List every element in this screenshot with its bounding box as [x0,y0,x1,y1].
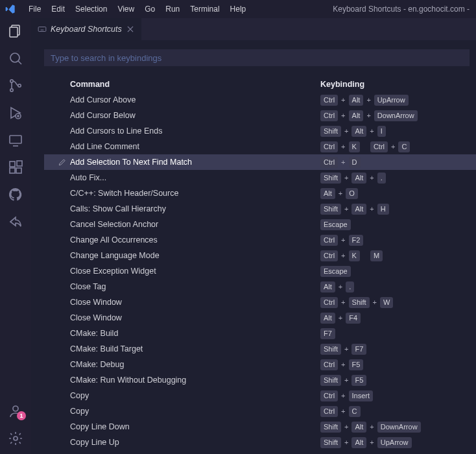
table-row[interactable]: Add Cursor BelowCtrl+Alt+DownArrow [44,108,476,123]
plus-separator: + [369,438,374,446]
key-cap: Shift [320,375,341,386]
edit-keybinding-icon[interactable] [54,158,70,167]
source-control-icon[interactable] [8,78,23,93]
menu-edit[interactable]: Edit [46,2,70,16]
svg-rect-1 [10,27,18,37]
extensions-icon[interactable] [8,160,23,175]
menu-go[interactable]: Go [139,2,160,16]
menu-help[interactable]: Help [225,2,252,16]
run-debug-icon[interactable] [8,105,23,121]
key-cap: I [377,126,386,137]
plus-separator: + [338,189,343,197]
plus-separator: + [340,158,346,166]
table-row[interactable]: Add Line CommentCtrl+KCtrl+C [44,139,476,154]
key-cap: Alt [351,437,366,448]
table-row[interactable]: CMake: DebugCtrl+F5 [44,357,476,372]
remote-explorer-icon[interactable] [8,132,23,148]
command-label: Add Cursor Above [70,95,320,104]
keyboard-shortcuts-editor: Command Keybinding Add Cursor AboveCtrl+… [31,40,476,454]
svg-point-2 [10,53,19,62]
menu-file[interactable]: File [23,2,46,16]
table-row[interactable]: Calls: Show Call HierarchyShift+Alt+H [44,201,476,217]
svg-point-13 [13,406,18,411]
svg-point-5 [10,89,13,91]
table-row[interactable]: Change All OccurrencesCtrl+F2 [44,232,476,248]
key-cap: Shift [320,126,341,137]
plus-separator: + [369,174,374,182]
tab-keyboard-shortcuts[interactable]: Keyboard Shortcuts [31,18,141,40]
key-cap: D [349,157,361,168]
command-label: Add Line Comment [70,142,320,151]
table-row[interactable]: Change Language ModeCtrl+KM [44,248,476,263]
menu-terminal[interactable]: Terminal [185,2,224,16]
plus-separator: + [340,96,346,104]
key-cap: Shift [320,204,341,215]
close-icon[interactable] [126,25,135,34]
plus-separator: + [340,392,346,400]
command-label: Cancel Selection Anchor [70,220,320,229]
column-header-keybinding[interactable]: Keybinding [320,80,476,89]
table-row[interactable]: Auto Fix...Shift+Alt+. [44,170,476,185]
table-row[interactable]: Close Exception WidgetEscape [44,263,476,279]
live-share-icon[interactable] [8,214,23,230]
command-label: Add Selection To Next Find Match [70,158,320,167]
keybinding-cell: Ctrl+F5 [320,359,476,370]
table-row[interactable]: Add Cursors to Line EndsShift+Alt+I [44,123,476,139]
vscode-logo-icon [5,4,16,14]
keybinding-cell: Shift+F7 [320,344,476,355]
table-row[interactable]: C/C++: Switch Header/SourceAlt+O [44,185,476,201]
plus-separator: + [344,438,349,446]
plus-separator: + [340,236,346,244]
table-row[interactable]: CMake: Run Without DebuggingShift+F5 [44,372,476,388]
key-cap: Shift [320,437,341,448]
svg-rect-11 [16,168,21,173]
command-label: Copy [70,407,320,416]
settings-gear-icon[interactable] [8,431,23,446]
table-row[interactable]: Copy Line UpShift+Alt+UpArrow [44,435,476,450]
keybindings-search-input[interactable] [44,49,470,66]
table-row[interactable]: CMake: BuildF7 [44,326,476,341]
command-label: Close Exception Widget [70,267,320,276]
plus-separator: + [369,205,374,213]
table-row[interactable]: CMake: Build TargetShift+F7 [44,341,476,357]
table-row[interactable]: Cancel Selection AnchorEscape [44,217,476,232]
table-row[interactable]: CopyCtrl+Insert [44,388,476,403]
svg-point-14 [14,436,18,440]
explorer-icon[interactable] [8,23,23,39]
key-cap: UpArrow [374,95,409,106]
plus-separator: + [369,127,374,135]
command-label: Add Cursors to Line Ends [70,126,320,136]
window-title: Keyboard Shortcuts - en.gochocit.com - [333,5,471,14]
menu-selection[interactable]: Selection [70,2,112,16]
key-cap: Alt [351,422,366,433]
keybinding-cell: Ctrl+F2 [320,235,476,246]
key-cap: W [380,297,393,308]
menu-view[interactable]: View [112,2,139,16]
github-icon[interactable] [8,187,23,202]
key-cap: Ctrl [370,141,388,152]
table-row[interactable]: Close WindowCtrl+Shift+W [44,294,476,310]
key-cap: Ctrl [320,95,338,106]
accounts-icon[interactable]: 1 [8,403,23,419]
table-row[interactable]: Add Selection To Next Find MatchCtrl+D [44,154,476,170]
key-cap: UpArrow [377,437,412,448]
plus-separator: + [340,143,346,150]
keybinding-cell: Shift+F5 [320,375,476,386]
command-label: Change Language Mode [70,251,320,260]
table-row[interactable]: Add Cursor AboveCtrl+Alt+UpArrow [44,92,476,108]
accounts-badge: 1 [17,411,26,420]
menu-run[interactable]: Run [160,2,185,16]
table-row[interactable]: Copy Line DownShift+Alt+DownArrow [44,419,476,435]
plus-separator: + [369,423,374,431]
search-icon[interactable] [8,51,23,66]
key-cap: Alt [349,110,364,121]
plus-separator: + [340,361,346,368]
table-row[interactable]: Close WindowAlt+F4 [44,310,476,326]
column-header-command[interactable]: Command [70,80,320,89]
table-row[interactable]: Close TagAlt+. [44,279,476,294]
plus-separator: + [340,252,346,259]
table-row[interactable]: CopyCtrl+C [44,403,476,419]
table-header: Command Keybinding [44,77,476,92]
key-cap: Ctrl [320,390,338,401]
svg-rect-8 [10,136,21,143]
